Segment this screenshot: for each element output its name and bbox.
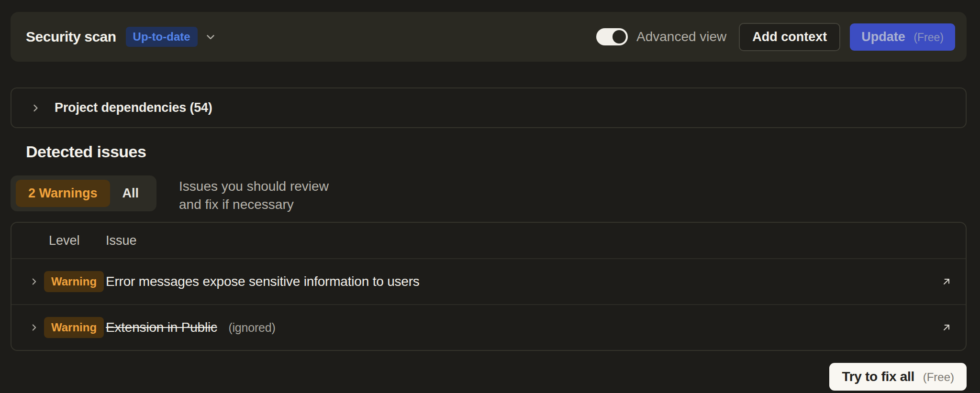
update-button-free-tag: (Free) xyxy=(913,31,944,44)
chevron-right-icon xyxy=(30,102,41,114)
table-row[interactable]: Warning Extension in Public (ignored) xyxy=(11,304,966,350)
project-dependencies-label: Project dependencies (54) xyxy=(55,100,212,115)
detected-issues-heading: Detected issues xyxy=(26,142,967,161)
chevron-down-icon[interactable] xyxy=(204,31,217,43)
issues-table-header: Level Issue xyxy=(11,223,966,258)
advanced-view-toggle[interactable] xyxy=(596,28,628,45)
try-to-fix-all-free-tag: (Free) xyxy=(923,371,954,383)
expand-row-icon[interactable] xyxy=(11,322,44,333)
issues-table: Level Issue Warning Error messages expos… xyxy=(11,222,967,351)
issues-description: Issues you should review and fix if nece… xyxy=(179,177,329,214)
warning-level-badge: Warning xyxy=(44,317,104,338)
column-header-issue: Issue xyxy=(106,233,933,248)
update-button-label: Update xyxy=(861,30,905,44)
issues-description-line1: Issues you should review xyxy=(179,177,329,196)
fix-all-row: Try to fix all (Free) xyxy=(11,363,967,391)
issues-description-line2: and fix if necessary xyxy=(179,196,329,214)
page-title: Security scan xyxy=(26,29,116,45)
open-issue-icon[interactable] xyxy=(933,322,952,333)
add-context-button[interactable]: Add context xyxy=(739,23,840,51)
tab-warnings[interactable]: 2 Warnings xyxy=(16,180,110,207)
issue-title-strikethrough: Extension in Public xyxy=(106,320,217,335)
try-to-fix-all-button[interactable]: Try to fix all (Free) xyxy=(829,363,967,391)
issues-filter-tabs: 2 Warnings All xyxy=(11,175,156,211)
advanced-view-label: Advanced view xyxy=(636,29,726,44)
ignored-tag: (ignored) xyxy=(228,321,275,334)
update-button[interactable]: Update (Free) xyxy=(850,23,955,51)
security-scan-panel: Security scan Up-to-date Advanced view A… xyxy=(0,0,980,391)
issue-title: Error messages expose sensitive informat… xyxy=(106,274,933,289)
issues-filter-row: 2 Warnings All Issues you should review … xyxy=(11,175,967,214)
issue-title: Extension in Public (ignored) xyxy=(106,320,933,335)
warning-level-badge: Warning xyxy=(44,271,104,292)
toggle-knob xyxy=(612,30,626,44)
status-badge[interactable]: Up-to-date xyxy=(126,27,198,47)
column-header-level: Level xyxy=(44,233,106,248)
tab-all[interactable]: All xyxy=(110,180,152,207)
expand-row-icon[interactable] xyxy=(11,276,44,287)
table-row[interactable]: Warning Error messages expose sensitive … xyxy=(11,258,966,304)
try-to-fix-all-label: Try to fix all xyxy=(842,369,914,384)
open-issue-icon[interactable] xyxy=(933,276,952,287)
project-dependencies-row[interactable]: Project dependencies (54) xyxy=(11,87,967,128)
header: Security scan Up-to-date Advanced view A… xyxy=(11,12,967,62)
